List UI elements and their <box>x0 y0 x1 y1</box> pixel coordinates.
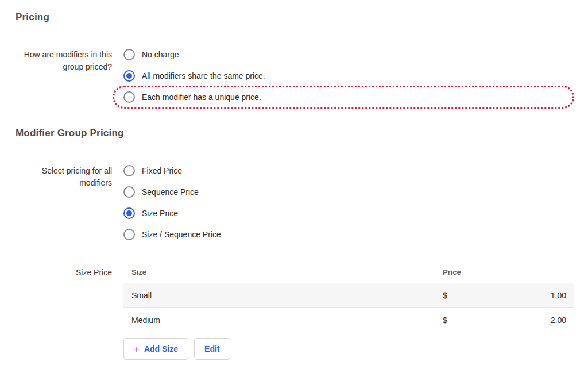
radio-option-size-price[interactable]: Size Price <box>123 207 574 219</box>
radio-button[interactable] <box>123 91 135 103</box>
radio-option-fixed-price[interactable]: Fixed Price <box>123 165 574 176</box>
radio-option-no-charge[interactable]: No charge <box>123 49 574 60</box>
radio-option-all-modifiers-same-price[interactable]: All modifiers share the same price. <box>123 70 574 82</box>
size-price-content: Size Price Small $ 1.00 Medium $ <box>123 264 574 360</box>
radio-label: Sequence Price <box>142 187 199 197</box>
radio-option-size-sequence-price[interactable]: Size / Sequence Price <box>123 229 574 240</box>
question-label-line1: Select pricing for all <box>16 165 112 177</box>
radio-label: Size Price <box>142 209 178 218</box>
size-cell: Medium <box>123 316 435 325</box>
price-value: 2.00 <box>551 316 566 325</box>
price-cell: $ 1.00 <box>435 291 574 300</box>
radio-button[interactable] <box>123 49 135 60</box>
table-row-small: Small $ 1.00 <box>123 283 574 307</box>
radio-label: Size / Sequence Price <box>142 230 221 239</box>
table-header-row: Size Price <box>123 264 574 283</box>
question-label-line2: modifiers <box>16 177 112 189</box>
add-size-button-label: Add Size <box>144 344 178 353</box>
price-cell: $ 2.00 <box>435 316 574 325</box>
section-divider <box>16 144 574 144</box>
radio-label: Fixed Price <box>142 166 182 175</box>
pricing-section-title: Pricing <box>16 11 574 23</box>
plus-icon: + <box>134 344 140 354</box>
size-price-label: Size Price <box>16 264 112 279</box>
size-cell: Small <box>123 291 435 300</box>
radio-button[interactable] <box>123 229 135 240</box>
size-price-table: Size Price Small $ 1.00 Medium $ <box>123 264 574 332</box>
price-header-label: Price <box>443 268 461 276</box>
radio-option-each-modifier-unique-price[interactable]: Each modifier has a unique price. <box>113 86 574 109</box>
table-row-medium: Medium $ 2.00 <box>123 307 574 332</box>
column-header-size: Size <box>123 264 435 283</box>
radio-button[interactable] <box>123 207 135 219</box>
modifier-pricing-question-row: How are modifiers in this group priced? … <box>16 49 574 109</box>
question-label-line2: group priced? <box>16 61 112 73</box>
radio-button[interactable] <box>123 70 135 82</box>
radio-button[interactable] <box>123 165 135 176</box>
pricing-settings-page: Pricing How are modifiers in this group … <box>0 0 588 373</box>
select-pricing-question-label: Select pricing for all modifiers <box>16 165 112 189</box>
edit-button[interactable]: Edit <box>194 338 230 360</box>
select-pricing-question-row: Select pricing for all modifiers Fixed P… <box>16 165 574 240</box>
column-header-price: Price <box>435 264 574 283</box>
radio-label: Each modifier has a unique price. <box>142 93 261 102</box>
currency-symbol: $ <box>443 291 447 300</box>
radio-option-sequence-price[interactable]: Sequence Price <box>123 186 574 198</box>
edit-button-label: Edit <box>204 344 219 353</box>
modifier-pricing-question-label: How are modifiers in this group priced? <box>16 49 112 73</box>
currency-symbol: $ <box>443 316 447 325</box>
radio-button[interactable] <box>123 186 135 198</box>
radio-label: No charge <box>142 50 179 59</box>
radio-label: All modifiers share the same price. <box>142 71 265 80</box>
modifier-pricing-radio-group: No charge All modifiers share the same p… <box>123 49 574 109</box>
question-label-line1: How are modifiers in this <box>16 49 112 61</box>
add-size-button[interactable]: + Add Size <box>123 338 188 360</box>
section-divider <box>16 28 574 28</box>
select-pricing-radio-group: Fixed Price Sequence Price Size Price Si… <box>123 165 574 240</box>
price-value: 1.00 <box>551 291 566 300</box>
modifier-group-pricing-section-title: Modifier Group Pricing <box>16 128 574 139</box>
size-price-row: Size Price Size Price Small $ 1.00 <box>16 264 574 360</box>
table-actions: + Add Size Edit <box>123 338 574 360</box>
